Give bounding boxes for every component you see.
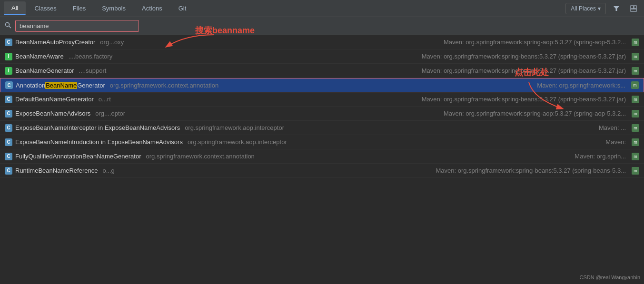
maven-icon: m — [631, 81, 639, 89]
tab-symbols[interactable]: Symbols — [94, 2, 133, 15]
maven-icon: m — [632, 67, 639, 75]
table-row[interactable]: C FullyQualifiedAnnotationBeanNameGenera… — [0, 149, 644, 164]
result-name: BeanNameAware — [15, 53, 64, 60]
interface-icon: I — [5, 67, 12, 75]
result-name: DefaultBeanNameGenerator — [15, 96, 94, 103]
result-name: AnnotationBeanNameGenerator — [16, 82, 105, 89]
tab-all[interactable]: All — [4, 1, 26, 15]
table-row[interactable]: I BeanNameGenerator ....support Maven: o… — [0, 64, 644, 78]
maven-icon: m — [632, 110, 639, 118]
layout-icon[interactable] — [627, 2, 640, 15]
search-row — [0, 17, 644, 35]
maven-icon: m — [632, 96, 639, 103]
result-maven: Maven: org.springframework:spring-beans:… — [114, 96, 626, 103]
class-icon: C — [5, 39, 12, 46]
result-maven: Maven: — [290, 138, 626, 146]
table-row[interactable]: C ExposeBeanNameIntroduction in ExposeBe… — [0, 135, 644, 149]
class-icon: C — [5, 138, 12, 146]
class-icon: C — [5, 167, 12, 175]
result-maven: Maven: org.springframework:spring-beans:… — [118, 167, 626, 174]
result-name: BeanNameGenerator — [15, 67, 74, 74]
svg-line-5 — [9, 26, 11, 29]
maven-icon: m — [632, 39, 639, 46]
result-package: org.springframework.aop.interceptor — [185, 124, 284, 131]
result-maven: Maven: ... — [287, 124, 626, 131]
table-row[interactable]: C ExposeBeanNameInterceptor in ExposeBea… — [0, 121, 644, 135]
result-name: ExposeBeanNameAdvisors — [15, 110, 90, 117]
result-maven: Maven: org.sprin... — [258, 153, 626, 160]
search-icon — [5, 22, 11, 30]
maven-icon: m — [632, 153, 639, 160]
table-row[interactable]: C AnnotationBeanNameGenerator org.spring… — [0, 78, 644, 92]
result-package: org.springframework.context.annotation — [110, 82, 218, 89]
result-name: FullyQualifiedAnnotationBeanNameGenerato… — [15, 153, 141, 160]
result-name: ExposeBeanNameIntroduction in ExposeBean… — [15, 138, 183, 146]
all-places-label: All Places — [571, 5, 596, 12]
result-maven: Maven: org.springframework:spring-aop:5.… — [128, 110, 626, 117]
table-row[interactable]: C RuntimeBeanNameReference o...g Maven: … — [0, 164, 644, 178]
result-package: org....eptor — [95, 110, 125, 117]
table-row[interactable]: C DefaultBeanNameGenerator o...rt Maven:… — [0, 92, 644, 107]
result-package: o...g — [102, 167, 114, 174]
result-maven: Maven: org.springframework:spring-aop:5.… — [127, 39, 626, 46]
svg-rect-3 — [631, 9, 636, 11]
result-package: org.springframework.aop.interceptor — [188, 138, 287, 146]
interface-icon: I — [5, 53, 12, 60]
svg-rect-1 — [631, 6, 634, 9]
table-row[interactable]: C BeanNameAutoProxyCreator org...oxy Mav… — [0, 35, 644, 49]
class-icon: C — [5, 96, 12, 103]
svg-marker-0 — [614, 6, 619, 11]
all-places-button[interactable]: All Places ▾ — [565, 3, 606, 14]
result-name: BeanNameAutoProxyCreator — [15, 39, 95, 46]
result-maven: Maven: org.springframework:spring-beans:… — [109, 67, 626, 74]
class-icon: C — [5, 124, 12, 132]
tab-bar: All Classes Files Symbols Actions Git Al… — [0, 0, 644, 17]
class-icon: C — [5, 110, 12, 118]
tab-files[interactable]: Files — [65, 2, 93, 15]
result-package: o...rt — [99, 96, 111, 103]
results-list: C BeanNameAutoProxyCreator org...oxy Mav… — [0, 35, 644, 280]
result-package: org.springframework.context.annotation — [146, 153, 255, 160]
result-maven: Maven: org.springframework:s... — [221, 82, 625, 89]
result-package: org...oxy — [100, 39, 124, 46]
result-name: RuntimeBeanNameReference — [15, 167, 98, 174]
maven-icon: m — [632, 53, 639, 60]
tab-actions[interactable]: Actions — [134, 2, 170, 15]
filter-icon[interactable] — [610, 2, 623, 15]
tab-git[interactable]: Git — [171, 2, 194, 15]
search-input[interactable] — [15, 20, 139, 32]
class-icon: C — [5, 153, 12, 160]
class-icon: C — [5, 81, 13, 89]
maven-icon: m — [632, 124, 639, 132]
result-maven: Maven: org.springframework:spring-beans:… — [115, 53, 626, 60]
svg-rect-2 — [634, 6, 636, 9]
table-row[interactable]: C ExposeBeanNameAdvisors org....eptor Ma… — [0, 107, 644, 121]
tab-classes[interactable]: Classes — [27, 2, 64, 15]
result-name: ExposeBeanNameInterceptor in ExposeBeanN… — [15, 124, 180, 131]
maven-icon: m — [632, 138, 639, 146]
result-package: ....beans.factory — [69, 53, 113, 60]
table-row[interactable]: I BeanNameAware ....beans.factory Maven:… — [0, 49, 644, 64]
maven-icon: m — [632, 167, 639, 175]
result-package: ....support — [79, 67, 107, 74]
svg-point-4 — [6, 23, 10, 27]
highlight-beanname: BeanName — [45, 82, 77, 89]
chevron-down-icon: ▾ — [598, 5, 601, 12]
